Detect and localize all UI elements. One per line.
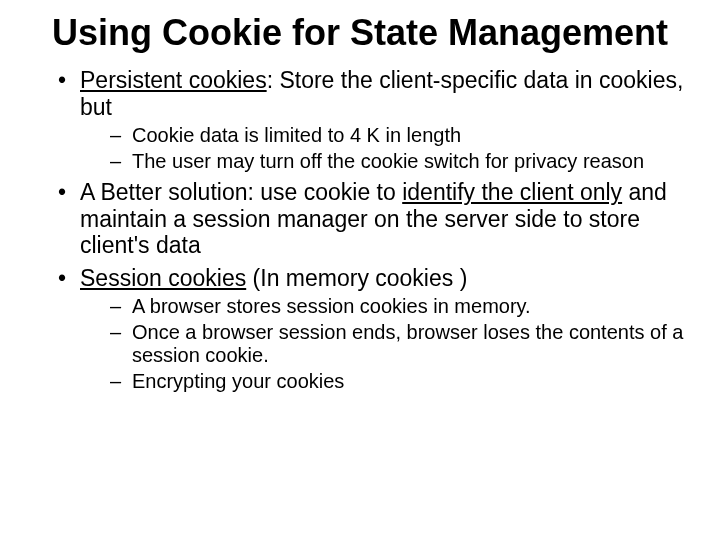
sub-item: Cookie data is limited to 4 K in length (110, 124, 690, 148)
sub-list: A browser stores session cookies in memo… (80, 295, 690, 393)
sub-item: Encrypting your cookies (110, 370, 690, 394)
sub-item: The user may turn off the cookie switch … (110, 150, 690, 174)
bullet-persistent-cookies: Persistent cookies: Store the client-spe… (58, 67, 690, 173)
bullet-lead: Persistent cookies (80, 67, 267, 93)
bullet-list: Persistent cookies: Store the client-spe… (30, 67, 690, 393)
bullet-underline: identify the client only (402, 179, 622, 205)
sub-item: A browser stores session cookies in memo… (110, 295, 690, 319)
slide-title: Using Cookie for State Management (30, 12, 690, 53)
slide: Using Cookie for State Management Persis… (0, 0, 720, 540)
bullet-session-cookies: Session cookies (In memory cookies ) A b… (58, 265, 690, 394)
sub-list: Cookie data is limited to 4 K in length … (80, 124, 690, 173)
bullet-better-solution: A Better solution: use cookie to identif… (58, 179, 690, 258)
bullet-lead: Session cookies (80, 265, 246, 291)
bullet-rest: (In memory cookies ) (246, 265, 467, 291)
bullet-pre: A Better solution: use cookie to (80, 179, 402, 205)
sub-item: Once a browser session ends, browser los… (110, 321, 690, 368)
